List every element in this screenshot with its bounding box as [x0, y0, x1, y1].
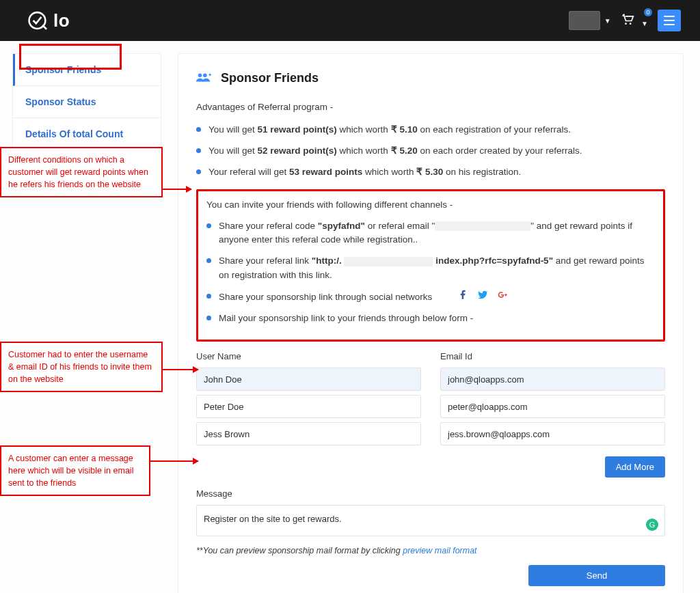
twitter-icon[interactable]: [478, 290, 488, 305]
send-button[interactable]: Send: [528, 565, 665, 586]
annotation-arrow: [163, 189, 191, 190]
annotation-arrow: [150, 460, 198, 462]
preview-mail-link[interactable]: preview mail format: [403, 546, 476, 555]
advantage-item: You will get 51 reward point(s) which wo…: [196, 123, 665, 137]
channel-item: Share your sponsorship link through soci…: [206, 290, 655, 305]
masked-email: [435, 221, 530, 231]
svg-point-4: [203, 73, 207, 77]
annotation-message-note: A customer can enter a message here whic…: [0, 445, 150, 496]
channels-section: You can invite your friends with followi…: [196, 189, 665, 342]
message-label: Message: [196, 487, 665, 501]
logo[interactable]: lo: [27, 9, 70, 32]
username-input[interactable]: [196, 368, 421, 391]
annotation-arrow: [163, 369, 198, 370]
email-input[interactable]: [440, 422, 665, 445]
channel-item: Mail your sponsorship link to your frien…: [206, 312, 655, 326]
channel-item: Share your referal link "http:/. index.p…: [206, 254, 655, 283]
facebook-icon[interactable]: [458, 290, 468, 305]
svg-point-2: [629, 23, 631, 25]
annotation-enter-friends: Customer had to enter the username & ema…: [0, 342, 163, 392]
email-input[interactable]: [440, 395, 665, 418]
svg-point-3: [198, 73, 202, 77]
email-input[interactable]: [440, 368, 665, 391]
language-selector[interactable]: ▼: [569, 11, 611, 30]
sidebar-item-sponsor-status[interactable]: Sponsor Status: [13, 86, 161, 118]
menu-button[interactable]: [658, 10, 681, 31]
advantage-item: Your referal will get 53 reward points w…: [196, 165, 665, 180]
username-input[interactable]: [196, 395, 421, 418]
annotation-rewards-conditions: Different conditions on which a customer…: [0, 147, 163, 197]
advantages-heading: Advantages of Referral program -: [196, 100, 665, 115]
page-title: Sponsor Friends: [196, 69, 665, 88]
people-icon: [196, 70, 211, 87]
advantage-item: You will get 52 reward point(s) which wo…: [196, 144, 665, 158]
add-more-button[interactable]: Add More: [605, 456, 665, 478]
username-label: User Name: [196, 350, 421, 363]
logo-text: lo: [53, 10, 70, 31]
sidebar: Sponsor Friends Sponsor Status Details O…: [12, 53, 161, 150]
main-panel: Sponsor Friends Advantages of Referral p…: [178, 53, 684, 593]
channels-heading: You can invite your friends with followi…: [206, 198, 655, 212]
googleplus-icon[interactable]: [498, 290, 508, 305]
cart-button[interactable]: 0 ▼: [621, 12, 648, 29]
email-label: Email Id: [440, 350, 665, 363]
svg-point-1: [625, 23, 627, 25]
channel-item: Share your referal code "spyfafnd" or re…: [206, 219, 655, 248]
masked-domain: [344, 257, 433, 266]
username-input[interactable]: [196, 422, 421, 445]
preview-note: **You can preview sponsorship mail forma…: [196, 544, 665, 557]
advantages-list: You will get 51 reward point(s) which wo…: [196, 123, 665, 180]
cart-badge: 0: [644, 8, 652, 16]
message-input[interactable]: Register on the site to get rewards.: [196, 505, 665, 536]
topbar: lo ▼ 0 ▼: [0, 0, 700, 41]
sidebar-item-sponsor-friends[interactable]: Sponsor Friends: [13, 54, 161, 86]
sidebar-item-total-count[interactable]: Details Of total Count: [13, 118, 161, 150]
